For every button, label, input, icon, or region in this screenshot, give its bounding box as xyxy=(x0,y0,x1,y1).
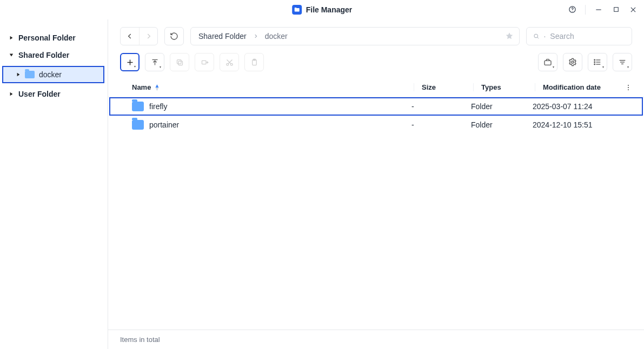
table-header: Name ▲▼ Size Types Modification date xyxy=(108,78,644,97)
svg-point-1 xyxy=(572,11,573,11)
app-folder-icon xyxy=(292,5,302,15)
sidebar-item-label: Shared Folder xyxy=(18,51,69,59)
column-header-modification[interactable]: Modification date xyxy=(535,83,632,91)
svg-point-33 xyxy=(628,87,629,88)
folder-icon xyxy=(25,71,35,78)
status-bar: Items in total xyxy=(108,330,644,349)
folder-icon xyxy=(132,120,144,130)
svg-rect-12 xyxy=(178,61,183,65)
caret-down-icon xyxy=(9,53,14,57)
svg-rect-3 xyxy=(614,8,618,12)
sidebar-item-shared-folder[interactable]: Shared Folder xyxy=(0,46,108,64)
svg-point-32 xyxy=(628,84,629,85)
chevron-right-icon xyxy=(253,33,258,39)
copy-button xyxy=(170,53,189,71)
svg-rect-21 xyxy=(545,61,551,65)
back-button[interactable] xyxy=(121,28,139,45)
sidebar: Personal Folder Shared Folder docker Use… xyxy=(0,19,108,349)
cell-size: - xyxy=(411,120,471,129)
titlebar: File Manager xyxy=(292,5,353,15)
column-label: Size xyxy=(422,83,436,91)
refresh-button[interactable] xyxy=(164,27,184,45)
sort-button[interactable]: ▾ xyxy=(613,53,632,71)
column-label: Modification date xyxy=(543,83,601,91)
column-header-types[interactable]: Types xyxy=(473,83,535,91)
forward-button xyxy=(139,28,157,45)
search-box[interactable]: · xyxy=(526,27,632,45)
svg-point-6 xyxy=(534,34,538,38)
toolbox-button[interactable]: ▾ xyxy=(538,53,557,71)
caret-right-icon xyxy=(16,72,21,77)
dropdown-caret-icon: ▾ xyxy=(134,64,136,68)
svg-rect-14 xyxy=(202,61,206,64)
sidebar-item-docker[interactable]: docker xyxy=(2,66,104,83)
toolbar-nav: Shared Folder docker · xyxy=(108,19,644,50)
dropdown-caret-icon: ▾ xyxy=(627,65,629,69)
cell-types: Folder xyxy=(471,120,533,129)
search-icon xyxy=(533,32,539,40)
sidebar-item-label: User Folder xyxy=(18,90,61,98)
help-icon[interactable] xyxy=(568,5,576,14)
maximize-icon[interactable] xyxy=(612,5,620,14)
svg-point-26 xyxy=(594,59,595,61)
search-input[interactable] xyxy=(550,32,625,41)
cut-button xyxy=(220,53,239,71)
column-header-name[interactable]: Name ▲▼ xyxy=(120,83,414,91)
add-button[interactable]: ▾ xyxy=(120,53,140,71)
cell-name: firefly xyxy=(149,102,411,111)
caret-right-icon xyxy=(9,36,14,40)
svg-point-34 xyxy=(628,89,629,90)
close-icon[interactable] xyxy=(629,5,638,14)
svg-point-22 xyxy=(572,61,574,63)
sort-indicator-icon: ▲▼ xyxy=(154,84,160,91)
svg-rect-13 xyxy=(177,59,181,64)
nav-history-group xyxy=(120,27,158,45)
column-header-size[interactable]: Size xyxy=(414,83,473,91)
cell-types: Folder xyxy=(471,102,533,111)
sidebar-item-personal-folder[interactable]: Personal Folder xyxy=(0,29,108,46)
breadcrumb-segment[interactable]: docker xyxy=(265,32,288,41)
breadcrumb-segment[interactable]: Shared Folder xyxy=(198,32,247,41)
app-title: File Manager xyxy=(306,5,353,14)
table-row[interactable]: firefly - Folder 2025-03-07 11:24 xyxy=(109,97,643,116)
paste-button xyxy=(244,53,264,71)
search-divider: · xyxy=(543,32,546,41)
dropdown-caret-icon: ▾ xyxy=(160,65,161,69)
caret-right-icon xyxy=(9,92,14,96)
toolbar-actions: ▾ ▾ ▾ xyxy=(108,50,644,78)
favorite-star-icon[interactable] xyxy=(505,32,514,41)
svg-line-7 xyxy=(537,37,539,38)
status-text: Items in total xyxy=(120,335,160,344)
column-options-icon[interactable] xyxy=(625,84,632,91)
sidebar-item-label: Personal Folder xyxy=(18,33,76,42)
cell-mod: 2024-12-10 15:51 xyxy=(533,120,630,129)
sidebar-item-label: docker xyxy=(39,70,62,79)
minimize-icon[interactable] xyxy=(594,5,603,14)
settings-button[interactable] xyxy=(563,53,582,71)
dropdown-caret-icon: ▾ xyxy=(553,65,554,69)
column-label: Types xyxy=(481,83,501,91)
table-row[interactable]: portainer - Folder 2024-12-10 15:51 xyxy=(109,116,643,134)
move-button xyxy=(195,53,214,71)
folder-icon xyxy=(132,102,144,111)
list-view-button[interactable]: ▾ xyxy=(588,53,607,71)
cell-mod: 2025-03-07 11:24 xyxy=(533,102,630,111)
sidebar-item-user-folder[interactable]: User Folder xyxy=(0,85,108,103)
svg-point-28 xyxy=(594,64,595,65)
cell-size: - xyxy=(411,102,471,111)
dropdown-caret-icon: ▾ xyxy=(602,65,604,69)
upload-button[interactable]: ▾ xyxy=(145,53,164,71)
svg-point-27 xyxy=(594,62,595,63)
column-label: Name xyxy=(132,83,151,91)
breadcrumb[interactable]: Shared Folder docker xyxy=(190,27,520,45)
titlebar-separator xyxy=(585,5,586,15)
cell-name: portainer xyxy=(149,120,411,129)
